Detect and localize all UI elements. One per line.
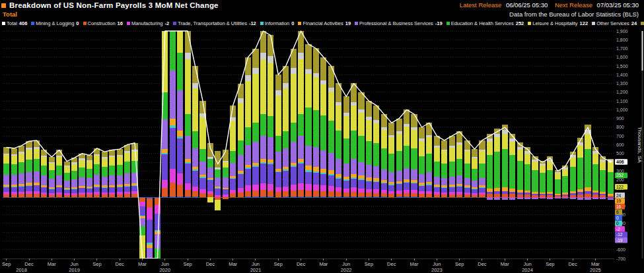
bar-segment [396, 194, 402, 197]
year-label: 2022 [341, 267, 352, 273]
bar-segment [404, 193, 410, 197]
bar-segment [252, 123, 258, 142]
bar-segment [56, 193, 62, 195]
next-release-value: 07/03/25 05:30 [597, 1, 639, 9]
bar-segment [509, 155, 515, 189]
bar-segment [328, 174, 334, 175]
bar-segment [64, 190, 70, 193]
bar-segment [343, 116, 349, 138]
bar-segment [199, 178, 205, 190]
legend-item-financial-activities[interactable]: Financial Activities19 [298, 20, 351, 26]
bar-segment [252, 167, 258, 185]
bar-segment [328, 66, 334, 88]
value-badge-text: 24 [616, 193, 622, 198]
bar-segment [555, 179, 561, 194]
legend-item-mining-logging[interactable]: Mining & Logging0 [31, 20, 79, 26]
bar-segment [41, 187, 47, 192]
chart-plot-area[interactable]: -700-600-500-400-300-200-100010020030040… [0, 28, 644, 273]
bar-segment [41, 185, 47, 187]
bar-segment [192, 187, 198, 192]
bar-segment [245, 197, 251, 197]
bar-segment [328, 153, 334, 170]
legend-item-trade-transportation-utilities[interactable]: Trade, Transportation & Utilities-12 [173, 20, 256, 26]
legend-series-name: Total [7, 20, 17, 26]
bar-segment [283, 171, 289, 187]
bar-segment [517, 150, 523, 162]
bar-segment [540, 166, 546, 173]
bar-segment [238, 171, 244, 173]
bar-segment [79, 186, 85, 188]
bar-segment [109, 175, 115, 185]
legend-item-professional-business-services[interactable]: Professional & Business Services-19 [355, 20, 443, 26]
legend-item-information[interactable]: Information0 [260, 20, 295, 26]
legend-item-other-services[interactable]: Other Services24 [592, 20, 637, 26]
legend-item-education-health-services[interactable]: Education & Health Services252 [447, 20, 524, 26]
value-badge-text: 122 [616, 185, 624, 189]
legend-item-government[interactable]: Government6 [641, 20, 644, 26]
payrolls-stacked-chart[interactable]: -700-600-500-400-300-200-100010020030040… [0, 28, 644, 273]
bar-segment [585, 187, 590, 191]
bar-segment [426, 172, 432, 182]
bar-segment [275, 172, 281, 187]
bloomberg-chart-screen: Breakdown of US Non-Farm Payrolls 3 MoM … [0, 0, 644, 273]
bar-segment [404, 182, 410, 183]
bar-segment [343, 197, 349, 197]
bar-segment [404, 197, 410, 197]
app-icon[interactable] [1, 3, 6, 8]
x-tick-label: Mar [591, 261, 600, 267]
bar-segment [328, 175, 334, 186]
bar-segment [479, 150, 485, 152]
bar-segment [487, 155, 493, 189]
bar-segment [207, 197, 213, 202]
bar-segment [449, 177, 455, 185]
x-tick-label: Dec [478, 261, 487, 267]
series-selector-total[interactable]: Total [3, 11, 17, 18]
bar-segment [320, 191, 326, 197]
bar-segment [358, 136, 364, 162]
legend-swatch-icon [528, 22, 531, 25]
bar-segment [268, 116, 273, 137]
bar-segment [147, 198, 153, 208]
legend-series-value: -19 [435, 20, 443, 26]
scrollbar-thumb[interactable] [642, 31, 643, 71]
x-tick-label: Mar [319, 261, 328, 267]
legend-item-manufacturing[interactable]: Manufacturing-2 [127, 20, 169, 26]
bar-segment [268, 56, 273, 63]
bar-segment [199, 193, 205, 197]
bar-segment [479, 188, 485, 193]
bar-segment [260, 190, 266, 197]
bar-segment [117, 187, 123, 192]
bar-segment [124, 162, 130, 173]
legend-item-construction[interactable]: Construction16 [83, 20, 123, 26]
bar-segment [449, 187, 455, 187]
total-line-endpoint [609, 160, 612, 163]
bar-segment [351, 174, 357, 177]
bar-segment [396, 184, 402, 191]
bar-segment [388, 194, 394, 197]
bar-segment [494, 191, 500, 194]
bar-segment [64, 188, 70, 189]
legend-series-value: 406 [19, 20, 28, 26]
bar-segment [547, 197, 553, 198]
bar-segment [64, 195, 70, 197]
x-tick-label: Mar [410, 261, 419, 267]
bar-segment [238, 155, 244, 171]
bar-segment [268, 191, 273, 197]
bar-segment [456, 175, 462, 184]
bar-segment [139, 198, 145, 202]
bar-segment [328, 121, 334, 154]
bar-segment [419, 185, 425, 186]
legend-series-value: 16 [118, 20, 123, 26]
value-badge-text: 0 [616, 221, 619, 226]
legend-item-total[interactable]: Total406 [2, 20, 27, 26]
bar-segment [199, 117, 205, 149]
bar-segment [268, 184, 273, 191]
legend-swatch-icon [298, 22, 301, 25]
bar-segment [283, 131, 289, 148]
bar-segment [26, 150, 32, 159]
legend-item-leisure-hospitality[interactable]: Leisure & Hospitality122 [528, 20, 588, 26]
bar-segment [275, 197, 281, 198]
bar-segment [472, 157, 478, 158]
bar-segment [238, 103, 244, 140]
bar-segment [41, 166, 47, 176]
